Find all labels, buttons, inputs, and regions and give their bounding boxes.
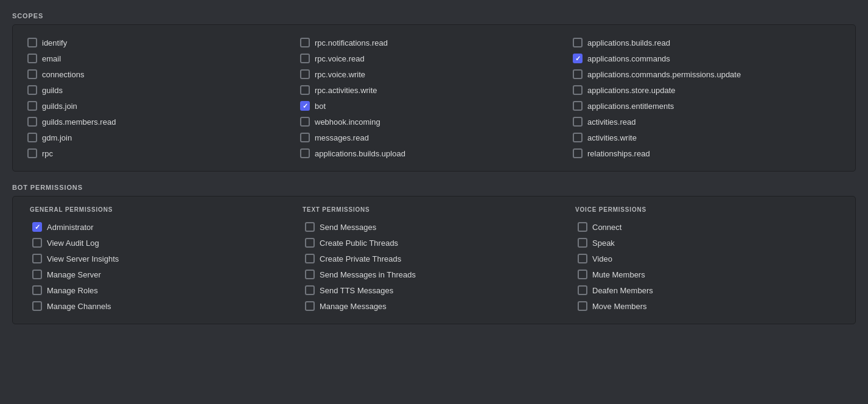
perm-label-manage_messages: Manage Messages (320, 302, 387, 311)
perm-checkbox-create_public_threads[interactable] (305, 238, 315, 248)
perm-checkbox-administrator[interactable] (32, 222, 42, 232)
scope-label-rpc: rpc (42, 149, 53, 158)
perm-label-create_private_threads: Create Private Threads (320, 254, 401, 263)
scope-checkbox-activities_write[interactable] (573, 133, 583, 142)
scope-label-applications_store_update: applications.store.update (587, 86, 676, 95)
general-permissions-label: GENERAL PERMISSIONS (30, 206, 293, 213)
perm-label-manage_roles: Manage Roles (47, 286, 98, 295)
perm-label-mute_members: Mute Members (592, 270, 645, 279)
perm-item-view_audit_log: View Audit Log (30, 235, 293, 251)
scope-item-identify: identify (25, 35, 298, 50)
perm-item-administrator: Administrator (30, 219, 293, 235)
scope-item-messages_read: messages.read (298, 130, 570, 145)
perm-item-move_members: Move Members (575, 298, 838, 314)
scope-checkbox-webhook_incoming[interactable] (300, 117, 310, 127)
scope-label-applications_commands_permissions_update: applications.commands.permissions.update (587, 70, 741, 79)
bot-permissions-section: BOT PERMISSIONS GENERAL PERMISSIONS Admi… (12, 184, 856, 324)
scope-label-identify: identify (42, 38, 67, 47)
scope-label-applications_builds_read: applications.builds.read (587, 38, 670, 47)
scope-checkbox-rpc_voice_read[interactable] (300, 54, 310, 63)
scope-item-bot: bot (298, 98, 570, 114)
perm-checkbox-manage_channels[interactable] (32, 301, 42, 311)
scope-column-2: applications.builds.readapplications.com… (570, 35, 843, 161)
scope-label-messages_read: messages.read (315, 133, 369, 142)
perm-label-view_audit_log: View Audit Log (47, 239, 99, 248)
text-permissions-column: TEXT PERMISSIONS Send MessagesCreate Pub… (298, 206, 570, 314)
bot-permissions-label: BOT PERMISSIONS (12, 184, 856, 191)
perm-checkbox-video[interactable] (578, 254, 587, 263)
scope-checkbox-rpc_voice_write[interactable] (300, 69, 310, 79)
scopes-label: SCOPES (12, 12, 856, 19)
scope-item-applications_builds_read: applications.builds.read (570, 35, 843, 50)
scope-label-activities_read: activities.read (587, 117, 635, 127)
perm-item-send_messages: Send Messages (303, 219, 565, 235)
perm-label-administrator: Administrator (47, 223, 94, 232)
scope-checkbox-applications_commands_permissions_update[interactable] (573, 69, 583, 79)
perm-checkbox-send_messages[interactable] (305, 222, 315, 232)
perm-item-send_tts_messages: Send TTS Messages (303, 282, 565, 298)
perm-checkbox-view_audit_log[interactable] (32, 238, 42, 248)
perm-checkbox-send_tts_messages[interactable] (305, 285, 315, 295)
scope-checkbox-applications_builds_upload[interactable] (300, 148, 310, 158)
perm-checkbox-mute_members[interactable] (578, 270, 587, 279)
scope-checkbox-bot[interactable] (300, 101, 310, 111)
scope-item-relationships_read: relationships.read (570, 145, 843, 161)
perm-checkbox-speak[interactable] (578, 238, 587, 248)
scope-checkbox-guilds_members_read[interactable] (27, 117, 37, 127)
scope-column-0: identifyemailconnectionsguildsguilds.joi… (25, 35, 298, 161)
scope-checkbox-relationships_read[interactable] (573, 148, 583, 158)
scope-label-applications_commands: applications.commands (587, 54, 670, 63)
perm-checkbox-deafen_members[interactable] (578, 285, 587, 295)
scope-checkbox-applications_store_update[interactable] (573, 85, 583, 95)
perm-checkbox-manage_messages[interactable] (305, 301, 315, 311)
scope-item-applications_commands_permissions_update: applications.commands.permissions.update (570, 66, 843, 82)
scope-item-guilds: guilds (25, 82, 298, 98)
perm-label-create_public_threads: Create Public Threads (320, 239, 398, 248)
scope-item-rpc_voice_write: rpc.voice.write (298, 66, 570, 82)
perm-checkbox-create_private_threads[interactable] (305, 254, 315, 263)
scope-label-rpc_voice_write: rpc.voice.write (315, 70, 365, 79)
perm-label-connect: Connect (592, 223, 621, 232)
voice-permissions-column: VOICE PERMISSIONS ConnectSpeakVideoMute … (570, 206, 843, 314)
perm-checkbox-connect[interactable] (578, 222, 587, 232)
perm-item-view_server_insights: View Server Insights (30, 251, 293, 266)
perm-label-move_members: Move Members (592, 302, 647, 311)
scope-checkbox-activities_read[interactable] (573, 117, 583, 127)
voice-permissions-label: VOICE PERMISSIONS (575, 206, 838, 213)
perm-checkbox-send_messages_in_threads[interactable] (305, 270, 315, 279)
perm-item-create_public_threads: Create Public Threads (303, 235, 565, 251)
scope-checkbox-rpc_activities_write[interactable] (300, 85, 310, 95)
scope-checkbox-rpc_notifications_read[interactable] (300, 38, 310, 47)
perm-item-manage_roles: Manage Roles (30, 282, 293, 298)
general-permissions-column: GENERAL PERMISSIONS AdministratorView Au… (25, 206, 298, 314)
scope-label-rpc_voice_read: rpc.voice.read (315, 54, 365, 63)
perm-checkbox-move_members[interactable] (578, 301, 587, 311)
bot-permissions-panel: GENERAL PERMISSIONS AdministratorView Au… (12, 196, 856, 324)
perm-item-mute_members: Mute Members (575, 266, 838, 282)
perm-item-create_private_threads: Create Private Threads (303, 251, 565, 266)
text-perms-list: Send MessagesCreate Public ThreadsCreate… (303, 219, 565, 314)
scope-checkbox-email[interactable] (27, 54, 37, 63)
perm-checkbox-manage_server[interactable] (32, 270, 42, 279)
scope-checkbox-identify[interactable] (27, 38, 37, 47)
scope-label-rpc_notifications_read: rpc.notifications.read (315, 38, 388, 47)
scope-checkbox-connections[interactable] (27, 69, 37, 79)
perm-label-manage_server: Manage Server (47, 270, 101, 279)
scope-checkbox-rpc[interactable] (27, 148, 37, 158)
scope-checkbox-guilds_join[interactable] (27, 101, 37, 111)
scope-label-webhook_incoming: webhook.incoming (315, 117, 380, 127)
scope-checkbox-applications_builds_read[interactable] (573, 38, 583, 47)
perm-checkbox-manage_roles[interactable] (32, 285, 42, 295)
scope-checkbox-guilds[interactable] (27, 85, 37, 95)
scopes-section: SCOPES identifyemailconnectionsguildsgui… (12, 12, 856, 172)
scope-checkbox-gdm_join[interactable] (27, 133, 37, 142)
scope-checkbox-applications_entitlements[interactable] (573, 101, 583, 111)
scope-checkbox-messages_read[interactable] (300, 133, 310, 142)
scope-label-gdm_join: gdm.join (42, 133, 72, 142)
general-perms-list: AdministratorView Audit LogView Server I… (30, 219, 293, 314)
scope-label-connections: connections (42, 70, 84, 79)
scope-label-guilds_members_read: guilds.members.read (42, 117, 116, 127)
scope-checkbox-applications_commands[interactable] (573, 54, 583, 63)
perm-item-connect: Connect (575, 219, 838, 235)
perm-checkbox-view_server_insights[interactable] (32, 254, 42, 263)
